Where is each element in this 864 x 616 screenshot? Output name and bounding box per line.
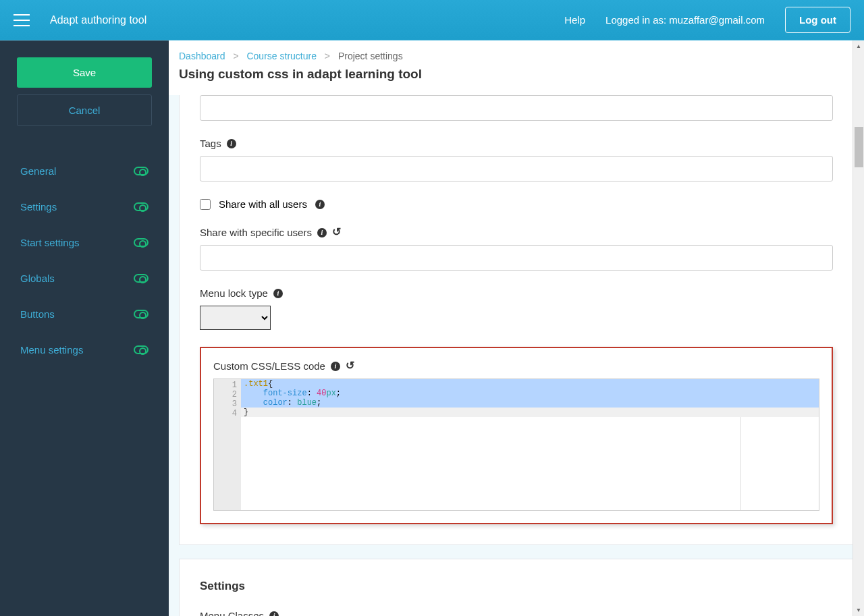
- scroll-thumb[interactable]: [855, 127, 863, 167]
- scroll-up-icon[interactable]: ▲: [853, 40, 864, 52]
- save-button[interactable]: Save: [17, 57, 152, 88]
- page-title: Using custom css in adapt learning tool: [179, 67, 854, 82]
- menu-lock-label: Menu lock type: [200, 287, 268, 299]
- toggle-icon: [134, 345, 148, 354]
- toggle-icon: [134, 274, 148, 283]
- info-icon[interactable]: i: [227, 139, 236, 148]
- unnamed-input[interactable]: [200, 95, 833, 121]
- logged-in-status: Logged in as: muzaffar@gmail.com: [605, 14, 765, 26]
- main-content: Dashboard > Course structure > Project s…: [169, 40, 864, 616]
- logout-button[interactable]: Log out: [785, 7, 850, 33]
- share-all-label: Share with all users: [219, 198, 307, 210]
- toggle-icon: [134, 238, 148, 247]
- info-icon[interactable]: i: [315, 200, 325, 209]
- menu-classes-label: Menu Classes: [200, 610, 264, 616]
- custom-css-section: Custom CSS/LESS code i 1 2 3 4: [200, 347, 833, 524]
- reset-icon[interactable]: [332, 228, 342, 237]
- nav-start-settings[interactable]: Start settings: [17, 225, 152, 260]
- menu-lock-select[interactable]: [200, 306, 271, 330]
- share-specific-label: Share with specific users: [200, 227, 312, 238]
- form-panel: Tags i Share with all users i: [179, 95, 854, 545]
- cancel-button[interactable]: Cancel: [17, 94, 152, 126]
- tags-label: Tags: [200, 138, 221, 149]
- info-icon[interactable]: i: [273, 289, 283, 298]
- info-icon[interactable]: i: [269, 611, 279, 617]
- breadcrumb-dashboard[interactable]: Dashboard: [179, 51, 225, 61]
- code-gutter: 1 2 3 4: [214, 379, 241, 510]
- hamburger-menu-icon[interactable]: [14, 14, 30, 26]
- help-link[interactable]: Help: [564, 14, 585, 26]
- nav-globals[interactable]: Globals: [17, 260, 152, 296]
- code-editor[interactable]: 1 2 3 4 .txt1{ font-size: 40px; color: b…: [213, 379, 819, 511]
- tags-input[interactable]: [200, 156, 833, 181]
- nav-menu-settings[interactable]: Menu settings: [17, 332, 152, 368]
- scroll-down-icon[interactable]: ▼: [853, 605, 864, 616]
- custom-css-label: Custom CSS/LESS code: [213, 360, 325, 372]
- nav-settings[interactable]: Settings: [17, 189, 152, 225]
- reset-icon[interactable]: [346, 362, 355, 371]
- settings-title: Settings: [200, 580, 833, 593]
- code-content[interactable]: .txt1{ font-size: 40px; color: blue; }: [241, 379, 819, 510]
- toggle-icon: [134, 310, 148, 318]
- share-all-checkbox[interactable]: [200, 199, 211, 210]
- breadcrumb: Dashboard > Course structure > Project s…: [179, 51, 854, 61]
- scrollbar[interactable]: ▲ ▼: [853, 40, 864, 616]
- app-title: Adapt authoring tool: [50, 14, 146, 26]
- info-icon[interactable]: i: [317, 228, 327, 237]
- nav-buttons[interactable]: Buttons: [17, 296, 152, 332]
- sidebar: Save Cancel General Settings Start setti…: [0, 40, 169, 616]
- breadcrumb-current: Project settings: [338, 51, 403, 61]
- toggle-icon: [134, 202, 148, 211]
- toggle-icon: [134, 167, 148, 175]
- header: Adapt authoring tool Help Logged in as: …: [0, 0, 864, 40]
- share-specific-input[interactable]: [200, 245, 833, 271]
- breadcrumb-course-structure[interactable]: Course structure: [246, 51, 316, 61]
- nav-general[interactable]: General: [17, 153, 152, 189]
- info-icon[interactable]: i: [331, 362, 340, 371]
- settings-panel: Settings Menu Classes i: [179, 559, 854, 616]
